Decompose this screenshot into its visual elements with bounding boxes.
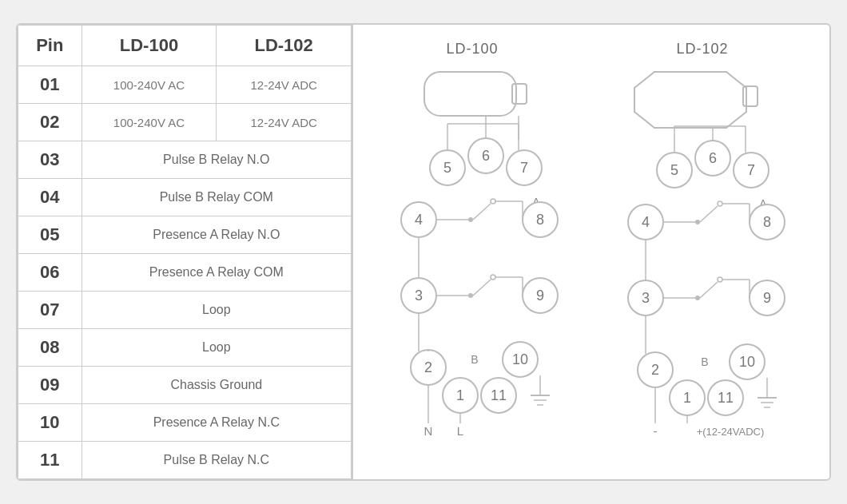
svg-text:N: N [424,424,433,438]
svg-marker-54 [634,72,746,128]
desc-06: Presence A Relay COM [82,254,351,292]
svg-text:L: L [457,424,463,438]
pin-06: 06 [18,254,82,292]
svg-line-69 [700,206,718,222]
svg-text:1: 1 [683,390,691,406]
ld102-title: LD-102 [676,41,728,58]
pin-table: Pin LD-100 LD-102 01 100-240V AC 12-24V … [18,25,352,479]
pin-03: 03 [18,141,82,179]
svg-point-80 [718,277,722,282]
svg-text:7: 7 [747,162,755,178]
svg-rect-1 [512,84,527,104]
table-row: 04 Pulse B Relay COM [18,179,352,216]
svg-text:+(12-24VADC): +(12-24VADC) [697,426,765,438]
pin-07: 07 [18,292,82,329]
header-ld100: LD-100 [82,26,217,66]
svg-rect-55 [743,86,758,106]
table-section: Pin LD-100 LD-102 01 100-240V AC 12-24V … [18,25,353,479]
pin-04: 04 [18,179,82,216]
pin-11: 11 [18,442,82,479]
svg-point-15 [468,217,473,222]
svg-point-25 [468,293,473,298]
pin-08: 08 [18,329,82,367]
svg-text:5: 5 [670,162,678,178]
svg-rect-0 [424,72,516,116]
table-row: 07 Loop [18,292,352,329]
svg-text:4: 4 [642,214,650,230]
svg-line-16 [473,204,491,220]
ld102-01: 12-24V ADC [217,66,352,104]
ld100-01: 100-240V AC [82,66,217,104]
svg-text:9: 9 [763,290,771,306]
table-row: 03 Pulse B Relay N.O [18,141,352,179]
diagrams-row: LD-100 6 7 [353,33,829,471]
ld102-02: 12-24V ADC [217,104,352,141]
header-ld102: LD-102 [217,26,352,66]
svg-text:11: 11 [718,390,734,406]
desc-10: Presence A Relay N.C [82,404,351,442]
svg-text:8: 8 [536,212,544,228]
svg-point-68 [695,220,700,224]
diagram-section: LD-100 6 7 [353,25,829,479]
svg-text:2: 2 [651,362,659,378]
svg-text:6: 6 [482,148,490,164]
svg-text:7: 7 [520,160,528,176]
main-container: Pin LD-100 LD-102 01 100-240V AC 12-24V … [16,23,831,481]
svg-text:2: 2 [424,359,432,375]
svg-text:8: 8 [763,214,771,230]
svg-point-70 [718,201,722,206]
desc-11: Pulse B Relay N.C [82,442,351,479]
svg-text:3: 3 [642,290,650,306]
desc-08: Loop [82,329,351,367]
ld100-svg: 6 7 5 A 4 8 [364,64,580,455]
svg-text:10: 10 [512,351,528,367]
svg-line-79 [700,282,718,298]
ld100-02: 100-240V AC [82,104,217,141]
svg-text:11: 11 [491,387,507,403]
svg-text:B: B [471,353,478,366]
desc-09: Chassis Ground [82,367,351,404]
pin-05: 05 [18,216,82,254]
svg-text:4: 4 [415,212,423,228]
table-row: 08 Loop [18,329,352,367]
table-row: 05 Presence A Relay N.O [18,216,352,254]
table-row: 02 100-240V AC 12-24V ADC [18,104,352,141]
svg-text:10: 10 [739,354,755,370]
pin-09: 09 [18,367,82,404]
svg-text:B: B [701,355,708,368]
pin-10: 10 [18,404,82,442]
svg-text:-: - [654,424,658,438]
header-pin: Pin [18,26,82,66]
desc-03: Pulse B Relay N.O [82,141,351,179]
svg-point-78 [695,296,700,300]
ld100-title: LD-100 [446,41,498,58]
pin-01: 01 [18,66,82,104]
table-row: 09 Chassis Ground [18,367,352,404]
svg-text:5: 5 [443,160,451,176]
pin-02: 02 [18,104,82,141]
desc-05: Presence A Relay N.O [82,216,351,254]
svg-text:3: 3 [415,288,423,304]
table-row: 10 Presence A Relay N.C [18,404,352,442]
desc-04: Pulse B Relay COM [82,179,351,216]
svg-text:9: 9 [536,288,544,304]
table-row: 01 100-240V AC 12-24V ADC [18,66,352,104]
table-row: 11 Pulse B Relay N.C [18,442,352,479]
svg-point-17 [491,199,495,204]
svg-line-26 [473,280,491,296]
desc-07: Loop [82,292,351,329]
ld102-diagram: LD-102 6 7 5 A [587,41,818,455]
ld100-diagram: LD-100 6 7 [364,41,580,455]
ld102-svg: 6 7 5 A 4 8 [587,64,818,455]
svg-text:1: 1 [456,387,464,403]
table-row: 06 Presence A Relay COM [18,254,352,292]
svg-text:6: 6 [709,150,717,166]
svg-point-27 [491,275,495,280]
